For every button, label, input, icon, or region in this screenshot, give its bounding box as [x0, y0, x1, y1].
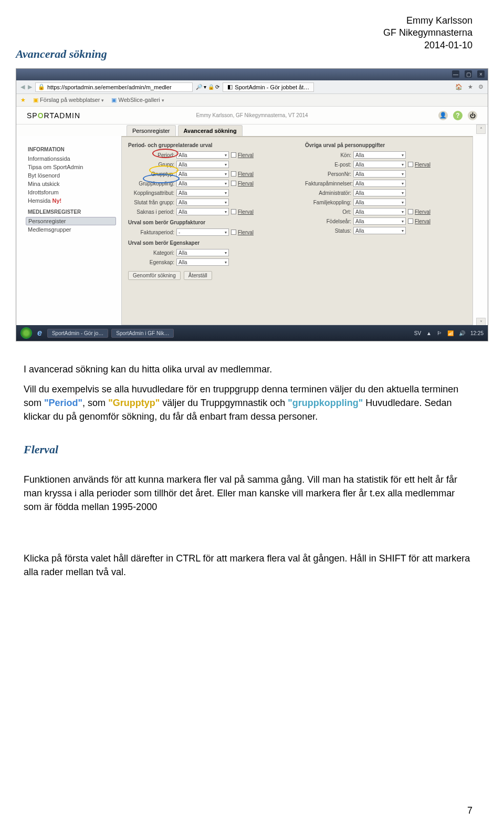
label: Fakturaperiod: [128, 230, 176, 235]
window-close-button[interactable]: × [477, 70, 485, 78]
sidebar-item[interactable]: Informationssida [28, 154, 116, 163]
user-icon[interactable]: 👤 [438, 111, 448, 120]
breadcrumb: Emmy Karlsson, GF Nikegymnasterna, VT 20… [196, 112, 308, 118]
power-icon[interactable]: ⏻ [468, 111, 477, 120]
address-row: ◀ ▶ 🔒 https://sportadmin.se/emember/admi… [16, 80, 488, 94]
taskbar-item[interactable]: SportAdmin i GF Nik… [111, 329, 174, 338]
fakturapam-select[interactable]: Alla▾ [353, 180, 406, 187]
label: Gruppkoppling: [128, 181, 176, 186]
favorites-item[interactable]: ▣ WebSlice-galleri ▾ [111, 97, 164, 103]
lock-icon: 🔒 [38, 84, 45, 90]
admin-select[interactable]: Alla▾ [353, 189, 406, 196]
kopplingsattribut-select[interactable]: Alla▾ [176, 189, 229, 196]
browser-tab[interactable]: ◧ SportAdmin - Gör jobbet åt… [223, 82, 314, 92]
grupptyp-select[interactable]: Alla▾ [176, 170, 229, 178]
doc-header: Emmy Karlsson GF Nikegymnasterna 2014-01… [383, 15, 472, 51]
wifi-icon[interactable]: 📶 [447, 330, 454, 336]
subheading: Flerval [24, 441, 472, 458]
clock[interactable]: 12:25 [470, 330, 484, 336]
kategori-select[interactable]: Alla▾ [176, 249, 229, 256]
label: Kategori: [128, 250, 176, 256]
home-icon[interactable]: 🏠 [455, 84, 463, 90]
body-paragraph: Funktionen används för att kunna markera… [24, 473, 472, 514]
egenskap-select[interactable]: Alla▾ [176, 258, 229, 266]
label: Familjekoppling: [305, 200, 353, 205]
favorites-item[interactable]: ▣ Förslag på webbplatser ▾ [33, 97, 104, 103]
label: Ort: [305, 209, 353, 215]
sidebar-item[interactable]: Hemsida Ny! [28, 196, 116, 205]
slutat-select[interactable]: Alla▾ [176, 199, 229, 206]
ort-select[interactable]: Alla▾ [353, 208, 406, 215]
label: Kön: [305, 152, 353, 158]
reset-button[interactable]: Återställ [184, 271, 212, 280]
tray-up-icon[interactable]: ▲ [426, 330, 432, 336]
taskbar: e SportAdmin - Gör jo… SportAdmin i GF N… [16, 325, 488, 341]
sidebar-item[interactable]: Byt lösenord [28, 171, 116, 180]
screenshot: — ▢ × ◀ ▶ 🔒 https://sportadmin.se/emembe… [16, 68, 488, 341]
flag-icon[interactable]: 🏳 [437, 330, 442, 336]
sidebar-item[interactable]: Idrottsforum [28, 188, 116, 196]
personnr-select[interactable]: Alla▾ [353, 170, 406, 178]
app-header: SPORTADMIN Emmy Karlsson, GF Nikegymnast… [16, 107, 488, 124]
section-title: Urval som berör Gruppfakturor [128, 220, 289, 225]
flerval-checkbox[interactable] [408, 209, 413, 214]
fodelsear-select[interactable]: Alla▾ [353, 217, 406, 225]
tab-personregister[interactable]: Personregister [127, 125, 176, 136]
tab-avancerad-sokning[interactable]: Avancerad sökning [178, 125, 243, 136]
forward-icon[interactable]: ▶ [28, 84, 32, 90]
label: Saknas i period: [128, 209, 176, 215]
label: PersonNr: [305, 171, 353, 177]
sidebar-item-selected[interactable]: Personregister [26, 217, 116, 225]
search-button[interactable]: Genomför sökning [128, 271, 181, 280]
section-title: Period- och grupprelaterade urval [128, 142, 289, 148]
taskbar-item[interactable]: SportAdmin - Gör jo… [47, 329, 108, 338]
section-title: Urval som berör Egenskaper [128, 240, 289, 246]
sidebar-heading: INFORMATION [28, 147, 116, 152]
url-input[interactable]: 🔒 https://sportadmin.se/emember/admin/m_… [35, 82, 193, 92]
ie-icon[interactable]: e [37, 328, 42, 338]
saknas-select[interactable]: Alla▾ [176, 208, 229, 215]
help-icon[interactable]: ? [453, 111, 463, 120]
flerval-checkbox[interactable] [408, 219, 413, 224]
favorites-icon[interactable]: ★ [468, 84, 473, 90]
label: Grupp: [128, 162, 176, 168]
flerval-checkbox[interactable] [408, 162, 413, 167]
epost-select[interactable]: Alla▾ [353, 161, 406, 168]
label: Kopplingsattribut: [128, 190, 176, 196]
body-paragraph: I avancerad sökning kan du hitta olika u… [24, 362, 472, 423]
favorites-bar: ★ ▣ Förslag på webbplatser ▾ ▣ WebSlice-… [16, 94, 488, 107]
fakturaperiod-select[interactable]: -▾ [176, 228, 229, 236]
gruppkoppling-select[interactable]: Alla▾ [176, 180, 229, 187]
search-icon[interactable]: 🔎 ▾ 🔒 ⟳ [196, 84, 219, 90]
flerval-checkbox[interactable] [231, 171, 236, 176]
sidebar-item[interactable]: Tipsa om SportAdmin [28, 163, 116, 171]
flerval-checkbox[interactable] [231, 209, 236, 214]
flerval-checkbox[interactable] [231, 152, 236, 158]
grupp-select[interactable]: Alla▾ [176, 161, 229, 168]
period-select[interactable]: Alla▾ [176, 151, 229, 159]
familj-select[interactable]: Alla▾ [353, 199, 406, 206]
window-min-button[interactable]: — [452, 70, 459, 78]
flerval-checkbox[interactable] [231, 230, 236, 235]
label: Status: [305, 228, 353, 234]
sidebar: INFORMATION Informationssida Tipsa om Sp… [16, 136, 121, 325]
status-select[interactable]: Alla▾ [353, 227, 406, 234]
scroll-up-icon[interactable]: ˄ [476, 124, 486, 134]
star-icon[interactable]: ★ [20, 97, 26, 103]
label: Fakturapåminnelser: [305, 181, 353, 186]
tools-icon[interactable]: ⚙ [478, 84, 484, 90]
sidebar-item[interactable]: Mina utskick [28, 180, 116, 188]
form-panel: Period- och grupprelaterade urval Period… [121, 136, 473, 325]
window-max-button[interactable]: ▢ [465, 70, 472, 78]
sidebar-item[interactable]: Medlemsgrupper [28, 225, 116, 234]
label: Grupptyp: [128, 171, 176, 177]
logo: SPORTADMIN [27, 111, 80, 120]
start-button[interactable] [20, 327, 32, 339]
volume-icon[interactable]: 🔊 [459, 330, 465, 336]
language-indicator[interactable]: SV [414, 330, 421, 336]
back-icon[interactable]: ◀ [20, 84, 25, 90]
flerval-checkbox[interactable] [231, 181, 236, 186]
label: Födelseår: [305, 219, 353, 224]
tab-favicon-icon: ◧ [227, 84, 233, 90]
kon-select[interactable]: Alla▾ [353, 151, 406, 159]
